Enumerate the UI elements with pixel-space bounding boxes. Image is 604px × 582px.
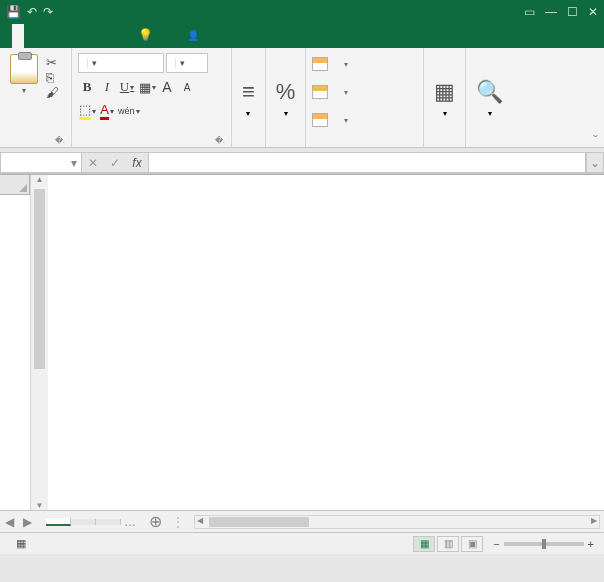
font-color-button[interactable]: A▾ (98, 101, 116, 121)
tell-me-icon: 💡 (132, 24, 155, 48)
new-sheet-button[interactable]: ⊕ (139, 512, 172, 531)
paste-icon (10, 54, 38, 84)
cut-icon[interactable]: ✂ (46, 56, 59, 69)
border-button[interactable]: ▦▾ (138, 77, 156, 97)
bold-button[interactable]: B (78, 77, 96, 97)
table-format-button[interactable]: ▾ (312, 80, 417, 104)
save-icon[interactable]: 💾 (6, 5, 21, 19)
cancel-formula-icon: ✕ (82, 156, 104, 170)
formula-input[interactable] (148, 152, 586, 173)
sheet-tab-1[interactable] (46, 518, 71, 526)
align-icon: ≡ (242, 79, 255, 105)
status-bar: ▦ ▦ ▥ ▣ − + (0, 532, 604, 554)
edit-button[interactable]: 🔍▾ (472, 52, 507, 145)
fill-color-button[interactable]: ⬚▾ (78, 101, 96, 121)
group-number (272, 145, 300, 147)
accept-formula-icon: ✓ (104, 156, 126, 170)
view-page-break[interactable]: ▣ (461, 536, 483, 552)
vertical-scrollbar[interactable] (30, 175, 48, 510)
group-font (78, 145, 225, 147)
group-clipboard (6, 145, 65, 147)
group-cells (430, 145, 459, 147)
conditional-format-button[interactable]: ▾ (312, 52, 417, 76)
percent-icon: % (276, 79, 296, 105)
share-button[interactable] (179, 24, 209, 48)
sheet-tab-bar: ◀ ▶ … ⊕ ⋮ (0, 510, 604, 532)
italic-button[interactable]: I (98, 77, 116, 97)
tell-me[interactable] (155, 24, 163, 48)
title-bar: 💾 ↶ ↷ ▭ — ☐ ✕ (0, 0, 604, 24)
tab-developer[interactable] (108, 24, 120, 48)
name-box[interactable]: ▾ (0, 152, 82, 173)
table-format-icon (312, 85, 328, 99)
tab-formulas[interactable] (60, 24, 72, 48)
cond-format-icon (312, 57, 328, 71)
edit-icon: 🔍 (476, 79, 503, 105)
formula-bar: ▾ ✕ ✓ fx ⌄ (0, 152, 604, 174)
maximize-icon[interactable]: ☐ (567, 5, 578, 19)
underline-button[interactable]: U▾ (118, 77, 136, 97)
cell-style-button[interactable]: ▾ (312, 108, 417, 132)
undo-icon[interactable]: ↶ (27, 5, 37, 19)
group-styles (312, 145, 417, 147)
ribbon-options-icon[interactable]: ▭ (524, 5, 535, 19)
sheet-tab-3[interactable] (96, 519, 121, 525)
tab-file[interactable] (0, 24, 12, 48)
cell-style-icon (312, 113, 328, 127)
tab-home[interactable] (12, 24, 24, 48)
view-normal[interactable]: ▦ (413, 536, 435, 552)
tab-page-layout[interactable] (48, 24, 60, 48)
sheet-tab-2[interactable] (71, 519, 96, 525)
group-edit (472, 145, 507, 147)
tab-view[interactable] (96, 24, 108, 48)
fx-icon[interactable]: fx (126, 156, 148, 170)
tab-power[interactable] (120, 24, 132, 48)
expand-formula-bar[interactable]: ⌄ (586, 152, 604, 173)
number-button[interactable]: %▾ (272, 52, 300, 145)
cells-icon: ▦ (434, 79, 455, 105)
font-name-combo[interactable]: ▾ (78, 53, 164, 73)
cells-button[interactable]: ▦▾ (430, 52, 459, 145)
tab-insert[interactable] (36, 24, 48, 48)
redo-icon[interactable]: ↷ (43, 5, 53, 19)
close-icon[interactable]: ✕ (588, 5, 598, 19)
zoom-out[interactable]: − (493, 538, 499, 550)
sheet-nav-next[interactable]: ▶ (18, 515, 36, 529)
group-align (238, 145, 259, 147)
tab-data[interactable] (72, 24, 84, 48)
zoom-slider[interactable] (504, 542, 584, 546)
spreadsheet-grid[interactable] (0, 174, 604, 510)
zoom-in[interactable]: + (588, 538, 594, 550)
phonetic-button[interactable]: wén▾ (118, 101, 140, 121)
macro-record-icon[interactable]: ▦ (16, 537, 26, 550)
alignment-button[interactable]: ≡▾ (238, 52, 259, 145)
font-size-combo[interactable]: ▾ (166, 53, 208, 73)
format-painter-icon[interactable]: 🖌 (46, 86, 59, 99)
login-button[interactable] (163, 24, 179, 48)
sheet-nav-prev[interactable]: ◀ (0, 515, 18, 529)
shrink-font-button[interactable]: A (178, 77, 196, 97)
view-page-layout[interactable]: ▥ (437, 536, 459, 552)
ribbon-tabs: 💡 (0, 24, 604, 48)
copy-icon[interactable]: ⎘ (46, 71, 59, 84)
tab-tools[interactable] (24, 24, 36, 48)
minimize-icon[interactable]: — (545, 5, 557, 19)
ribbon: ▾ ✂ ⎘ 🖌 ▾ ▾ B I U▾ ▦▾ A A (0, 48, 604, 148)
horizontal-scrollbar[interactable] (194, 515, 600, 529)
select-all-corner[interactable] (0, 175, 30, 195)
grow-font-button[interactable]: A (158, 77, 176, 97)
tab-review[interactable] (84, 24, 96, 48)
sheet-nav-more[interactable]: … (121, 515, 139, 529)
paste-button[interactable]: ▾ (6, 52, 42, 145)
